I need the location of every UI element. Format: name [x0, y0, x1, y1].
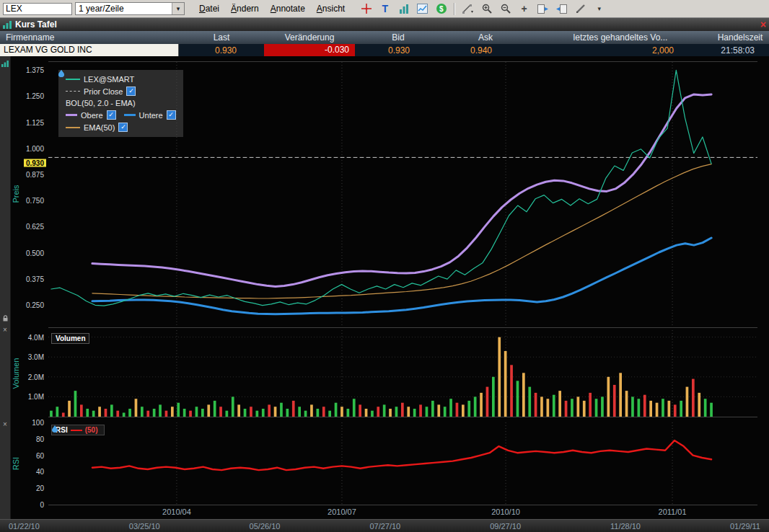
- menu-datei[interactable]: Datei: [193, 2, 225, 15]
- last-price-marker: 0.930: [24, 159, 46, 167]
- menu-ansicht[interactable]: Ansicht: [311, 2, 351, 15]
- y-tick-label: 60: [36, 451, 44, 459]
- menu-annotate[interactable]: Annotate: [265, 2, 311, 15]
- upper-band-checkbox[interactable]: ✓: [107, 110, 116, 120]
- menubar: Datei Ändern Annotate Ansicht: [193, 2, 351, 15]
- draw-line-button[interactable]: [460, 1, 476, 17]
- x-axis-label: 2010/10: [491, 507, 520, 516]
- y-tick-label: 0: [40, 501, 44, 509]
- y-tick-label: 0.500: [26, 249, 44, 257]
- legend-row-bollinger: BOL(50, 2.0 - EMA): [66, 99, 176, 107]
- price-chart-panel[interactable]: LEX@SMART Prior Close ✓ BOL(50, 2.0 - EM…: [48, 61, 757, 328]
- header-handelszeit: Handelszeit: [711, 32, 769, 43]
- volume-panel-button[interactable]: [395, 1, 412, 17]
- x-axis-label: 2010/04: [162, 507, 191, 516]
- y-tick-label: 100: [32, 419, 44, 427]
- more-tools-dropdown[interactable]: ▾: [591, 1, 607, 17]
- zoom-in-button[interactable]: [478, 1, 495, 17]
- rsi-chart[interactable]: [48, 422, 757, 505]
- symbol-input[interactable]: [3, 3, 72, 15]
- lock-icon[interactable]: [1, 314, 9, 324]
- add-study-button[interactable]: +: [516, 1, 532, 17]
- symbol-name-cell: LEXAM VG GOLD INC: [0, 44, 179, 56]
- header-firmenname: Firmenname: [0, 32, 179, 43]
- trading-app-window: 1 year/Zeile ▾ Datei Ändern Annotate Ans…: [0, 0, 769, 532]
- mini-bars-icon: [1, 61, 9, 67]
- pane-left-icon: [537, 4, 548, 14]
- header-bid: Bid: [355, 32, 441, 43]
- y-tick-label: 2.0M: [28, 373, 44, 381]
- trendline-icon: [462, 4, 473, 14]
- text-tool-icon: T: [382, 3, 388, 14]
- upper-band-swatch: [66, 114, 77, 116]
- currency-button[interactable]: $: [433, 1, 449, 17]
- close-button[interactable]: ×: [760, 20, 766, 29]
- prior-close-label: Prior Close: [84, 87, 123, 96]
- bar-chart-icon: [399, 4, 409, 14]
- period-select-value: 1 year/Zeile: [76, 4, 172, 14]
- left-tool-strip: × ×: [0, 56, 11, 519]
- plus-icon: +: [522, 3, 527, 14]
- volume-chart[interactable]: [48, 330, 757, 417]
- text-tool-button[interactable]: T: [377, 1, 393, 17]
- y-tick-label: 20: [36, 484, 44, 492]
- legend-row-prior-close: Prior Close ✓: [66, 87, 176, 96]
- y-tick-label: 0.625: [26, 223, 44, 231]
- time-scrollbar[interactable]: 01/22/1003/25/1005/26/1007/27/1009/27/10…: [0, 519, 769, 532]
- y-tick-label: 1.250: [26, 92, 44, 100]
- last-price-cell: 0.930: [179, 45, 264, 56]
- header-veraenderung: Veränderung: [264, 32, 355, 43]
- crosshair-tool-button[interactable]: [358, 1, 374, 17]
- chevron-down-icon[interactable]: ▾: [172, 3, 184, 14]
- ema-label: EMA(50): [84, 123, 115, 132]
- scrollbar-date: 07/27/10: [369, 522, 400, 531]
- add-pane-right-button[interactable]: [553, 1, 570, 17]
- y-tick-label: 3.0M: [28, 353, 44, 361]
- chart-style-button[interactable]: [414, 1, 431, 17]
- x-axis-label: 2011/01: [659, 507, 687, 516]
- time-axis: 2010/042010/072010/102011/01: [48, 507, 757, 518]
- scrollbar-date: 01/22/10: [9, 522, 40, 531]
- scrollbar-date: 03/25/10: [129, 522, 160, 531]
- toolbar-icons: T $: [358, 1, 607, 17]
- price-y-axis: 1.3751.2501.1251.0000.8750.7500.6250.500…: [10, 61, 46, 327]
- price-series-swatch: [66, 79, 80, 80]
- lower-band-label: Untere: [139, 111, 163, 120]
- rsi-y-axis: 100806040200: [10, 422, 46, 505]
- y-tick-label: 0.875: [26, 171, 44, 179]
- crosshair-icon: [361, 4, 372, 14]
- y-tick-label: 0.750: [26, 197, 44, 205]
- dollar-icon: $: [436, 4, 447, 14]
- close-volume-panel-button[interactable]: ×: [1, 327, 9, 334]
- scrollbar-date: 09/27/10: [490, 522, 521, 531]
- pane-right-icon: [556, 4, 567, 14]
- draw-tool-button[interactable]: [572, 1, 589, 17]
- ema-checkbox[interactable]: ✓: [118, 123, 128, 132]
- bid-cell: 0.930: [355, 45, 441, 56]
- period-select[interactable]: 1 year/Zeile ▾: [75, 2, 185, 15]
- chevron-down-icon: ▾: [597, 5, 601, 12]
- toolbar-separator: [454, 3, 455, 15]
- quote-row[interactable]: LEXAM VG GOLD INC 0.930 -0.030 0.930 0.9…: [0, 44, 769, 56]
- header-volume: letztes gehandeltes Vo...: [529, 32, 711, 43]
- prior-close-checkbox[interactable]: ✓: [126, 87, 136, 96]
- y-tick-label: 1.375: [26, 66, 44, 74]
- lower-band-checkbox[interactable]: ✓: [167, 110, 176, 120]
- y-tick-label: 1.000: [26, 144, 44, 152]
- lower-band-swatch: [124, 114, 136, 116]
- add-pane-left-button[interactable]: [535, 1, 551, 17]
- rsi-chart-panel[interactable]: RSI (50): [48, 422, 757, 505]
- line-chart-icon: [417, 4, 428, 14]
- zoom-out-button[interactable]: [497, 1, 514, 17]
- last-volume-cell: 2,000: [529, 45, 711, 56]
- menu-aendern[interactable]: Ändern: [225, 2, 265, 15]
- rsi-swatch: [71, 430, 82, 431]
- chart-panel-icon[interactable]: [1, 61, 9, 68]
- panel-titlebar: Kurs Tafel ×: [0, 18, 769, 31]
- close-rsi-panel-button[interactable]: ×: [1, 421, 9, 428]
- prior-close-swatch: [66, 91, 80, 92]
- volume-chart-panel[interactable]: Volumen: [48, 330, 757, 417]
- header-last: Last: [179, 32, 264, 43]
- change-cell: -0.030: [264, 44, 355, 56]
- trade-time-cell: 21:58:03: [711, 45, 769, 56]
